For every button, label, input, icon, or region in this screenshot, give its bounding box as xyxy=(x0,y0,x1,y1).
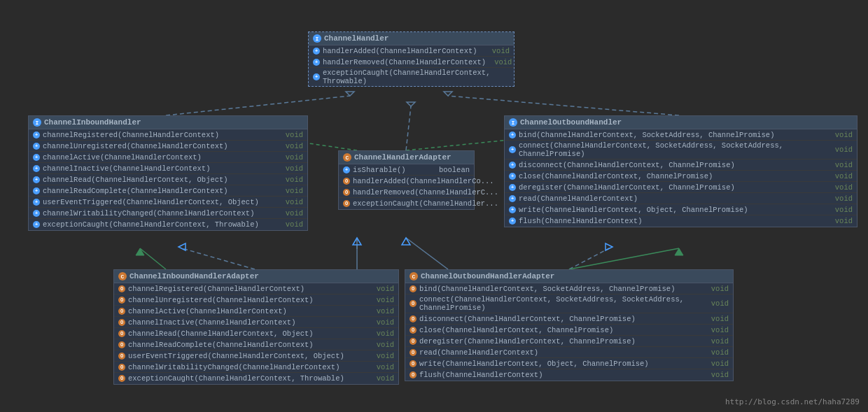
coha-method-2: O connect(ChannelHandlerContext, SocketA… xyxy=(405,294,733,313)
ciha-method-9: O exceptionCaught(ChannelHandlerContext,… xyxy=(114,373,398,384)
channel-handler-adapter-box[interactable]: C ChannelHandlerAdapter + isSharable() b… xyxy=(338,150,475,210)
channel-handler-adapter-header: C ChannelHandlerAdapter xyxy=(339,151,474,164)
channel-inbound-icon: I xyxy=(33,118,41,127)
svg-marker-18 xyxy=(675,248,683,255)
channel-handler-title: ChannelHandler xyxy=(324,34,388,43)
svg-line-2 xyxy=(448,96,679,115)
svg-line-7 xyxy=(182,248,255,269)
cha-method-1: + isSharable() boolean xyxy=(339,164,474,176)
cih-method-2: + channelUnregistered(ChannelHandlerCont… xyxy=(29,141,307,152)
cih-method-1: + channelRegistered(ChannelHandlerContex… xyxy=(29,129,307,141)
diagram-container: I ChannelHandler + handlerAdded(ChannelH… xyxy=(0,0,868,412)
ciha-method-2: O channelUnregistered(ChannelHandlerCont… xyxy=(114,294,398,306)
coh-method-1: + bind(ChannelHandlerContext, SocketAddr… xyxy=(505,129,857,141)
coha-method-7: O write(ChannelHandlerContext, Object, C… xyxy=(405,358,733,369)
method-icon-2: + xyxy=(313,59,320,66)
cha-method-3: O handlerRemoved(ChannelHandlerC... xyxy=(339,187,474,198)
ciha-icon: C xyxy=(118,272,127,280)
channel-handler-box[interactable]: I ChannelHandler + handlerAdded(ChannelH… xyxy=(308,31,514,87)
cha-title: ChannelHandlerAdapter xyxy=(354,153,451,162)
channel-inbound-handler-header: I ChannelInboundHandler xyxy=(29,116,307,129)
svg-line-13 xyxy=(406,238,448,269)
svg-marker-16 xyxy=(136,248,144,255)
cih-method-7: + userEventTriggered(ChannelHandlerConte… xyxy=(29,197,307,208)
coha-title: ChannelOutboundHandlerAdapter xyxy=(421,272,554,280)
svg-marker-3 xyxy=(444,92,452,96)
coh-method-6: + read(ChannelHandlerContext) void xyxy=(505,193,857,204)
svg-line-17 xyxy=(569,248,679,269)
coha-method-5: O deregister(ChannelHandlerContext, Chan… xyxy=(405,336,733,347)
svg-line-11 xyxy=(569,248,609,269)
cih-method-5: + channelRead(ChannelHandlerContext, Obj… xyxy=(29,174,307,185)
ciha-method-8: O channelWritabilityChanged(ChannelHandl… xyxy=(114,362,398,373)
method-handlerAdded: + handlerAdded(ChannelHandlerContext) vo… xyxy=(309,45,514,57)
svg-line-4 xyxy=(406,106,411,150)
svg-marker-1 xyxy=(346,92,354,96)
coha-header: C ChannelOutboundHandlerAdapter xyxy=(405,270,733,283)
method-icon-1: + xyxy=(313,48,320,55)
svg-marker-12 xyxy=(606,243,612,250)
coh-method-2: + connect(ChannelHandlerContext, SocketA… xyxy=(505,141,857,159)
ciha-method-7: O userEventTriggered(ChannelHandlerConte… xyxy=(114,350,398,362)
watermark: http://blog.csdn.net/haha7289 xyxy=(725,397,860,406)
coha-method-3: O disconnect(ChannelHandlerContext, Chan… xyxy=(405,313,733,325)
channel-handler-header: I ChannelHandler xyxy=(309,32,514,45)
method-exceptionCaught: + exceptionCaught(ChannelHandlerContext,… xyxy=(309,68,514,86)
coha-method-1: O bind(ChannelHandlerContext, SocketAddr… xyxy=(405,283,733,294)
coh-method-7: + write(ChannelHandlerContext, Object, C… xyxy=(505,204,857,215)
cha-method-4: O exceptionCaught(ChannelHandler... xyxy=(339,198,474,209)
coh-method-8: + flush(ChannelHandlerContext) void xyxy=(505,215,857,227)
coha-method-4: O close(ChannelHandlerContext, ChannelPr… xyxy=(405,325,733,336)
coh-method-4: + close(ChannelHandlerContext, ChannelPr… xyxy=(505,171,857,182)
channel-handler-icon: I xyxy=(313,34,321,43)
ciha-method-5: O channelRead(ChannelHandlerContext, Obj… xyxy=(114,328,398,339)
svg-marker-5 xyxy=(407,102,415,106)
channel-inbound-adapter-box[interactable]: C ChannelInboundHandlerAdapter O channel… xyxy=(113,269,399,385)
channel-outbound-handler-box[interactable]: I ChannelOutboundHandler + bind(ChannelH… xyxy=(504,115,858,227)
coh-method-5: + deregister(ChannelHandlerContext, Chan… xyxy=(505,182,857,193)
ciha-title: ChannelInboundHandlerAdapter xyxy=(130,272,259,280)
channel-outbound-header: I ChannelOutboundHandler xyxy=(505,116,857,129)
ciha-method-3: O channelActive(ChannelHandlerContext) v… xyxy=(114,306,398,317)
cih-method-4: + channelInactive(ChannelHandlerContext)… xyxy=(29,163,307,174)
svg-marker-14 xyxy=(402,238,410,245)
cih-method-3: + channelActive(ChannelHandlerContext) v… xyxy=(29,152,307,163)
coha-icon: C xyxy=(410,272,418,280)
svg-marker-8 xyxy=(178,243,186,250)
coha-method-6: O read(ChannelHandlerContext) void xyxy=(405,347,733,358)
cha-icon: C xyxy=(343,153,351,162)
channel-outbound-adapter-box[interactable]: C ChannelOutboundHandlerAdapter O bind(C… xyxy=(405,269,734,381)
cih-method-6: + channelReadComplete(ChannelHandlerCont… xyxy=(29,185,307,197)
channel-inbound-handler-box[interactable]: I ChannelInboundHandler + channelRegiste… xyxy=(28,115,308,231)
ciha-header: C ChannelInboundHandlerAdapter xyxy=(114,270,398,283)
coha-method-8: O flush(ChannelHandlerContext) void xyxy=(405,369,733,381)
method-icon-3: + xyxy=(313,73,320,80)
cih-method-9: + exceptionCaught(ChannelHandlerContext,… xyxy=(29,219,307,230)
ciha-method-1: O channelRegistered(ChannelHandlerContex… xyxy=(114,283,398,294)
coh-icon: I xyxy=(509,118,517,127)
svg-marker-10 xyxy=(353,238,361,245)
channel-inbound-title: ChannelInboundHandler xyxy=(44,118,141,127)
ciha-method-4: O channelInactive(ChannelHandlerContext)… xyxy=(114,317,398,328)
ciha-method-6: O channelReadComplete(ChannelHandlerCont… xyxy=(114,339,398,350)
cha-method-2: O handlerAdded(ChannelHandlerCo... xyxy=(339,176,474,187)
coh-title: ChannelOutboundHandler xyxy=(520,118,622,127)
cih-method-8: + channelWritabilityChanged(ChannelHandl… xyxy=(29,208,307,219)
method-handlerRemoved: + handlerRemoved(ChannelHandlerContext) … xyxy=(309,57,514,68)
coh-method-3: + disconnect(ChannelHandlerContext, Chan… xyxy=(505,159,857,171)
svg-line-15 xyxy=(140,248,166,269)
svg-line-0 xyxy=(166,96,350,115)
